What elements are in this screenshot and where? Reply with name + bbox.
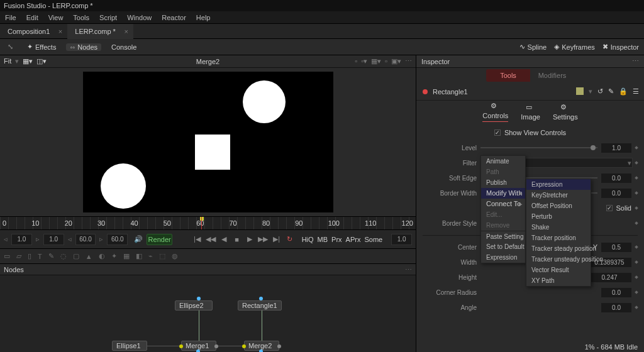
height-value[interactable]: 0.247: [587, 273, 631, 282]
out-frame[interactable]: 60.0: [107, 234, 128, 245]
subtab-image[interactable]: ▭Image: [521, 103, 540, 121]
submenu-vector[interactable]: Vector Result: [526, 265, 591, 275]
view-a-icon[interactable]: ▫: [355, 57, 357, 65]
go-end-icon[interactable]: ▶|: [272, 234, 281, 245]
menu-connect-to[interactable]: Connect To▸: [481, 199, 525, 209]
menu-edit[interactable]: Edit: [21, 14, 43, 21]
submenu-shake[interactable]: Shake: [526, 222, 591, 233]
menu-tools[interactable]: Tools: [68, 14, 94, 21]
menu-reactor[interactable]: Reactor: [157, 14, 191, 21]
submenu-perturb[interactable]: Perturb: [526, 211, 591, 222]
tool-icon[interactable]: ◌: [60, 252, 67, 260]
keyframe-icon[interactable]: [635, 290, 638, 294]
node-ellipse1[interactable]: Ellipse1: [112, 341, 147, 351]
keyframe-icon[interactable]: [635, 245, 638, 249]
node-graph[interactable]: Ellipse2 Rectangle1 Ellipse1 Merge1 Merg…: [0, 275, 416, 352]
solid-checkbox[interactable]: [606, 205, 613, 211]
keyframe-icon[interactable]: [635, 176, 638, 180]
submenu-offset[interactable]: Offset Position: [526, 201, 591, 211]
version-icon[interactable]: ↺: [597, 87, 603, 96]
nodes-button[interactable]: ◦◦Nodes: [66, 43, 101, 51]
step-fwd-icon[interactable]: ▶▶: [258, 234, 268, 245]
node-rectangle1[interactable]: Rectangle1: [238, 300, 282, 311]
center-y[interactable]: 0.5: [601, 243, 631, 252]
inspector-item-name[interactable]: Rectangle1: [433, 88, 468, 96]
keyframe-icon[interactable]: [635, 146, 638, 150]
keyframe-icon[interactable]: [635, 221, 638, 225]
color-swatch[interactable]: [576, 87, 584, 95]
tool-icon[interactable]: ◍: [172, 252, 178, 260]
submenu-keystretcher[interactable]: KeyStretcher: [526, 190, 591, 201]
tool-icon[interactable]: ▢: [73, 252, 79, 260]
keyframe-icon[interactable]: [635, 191, 638, 195]
start-frame[interactable]: 1.0: [11, 234, 32, 245]
menu-file[interactable]: File: [0, 14, 21, 21]
menu-view[interactable]: View: [43, 14, 69, 21]
stop-icon[interactable]: ■: [232, 234, 242, 245]
tool-icon[interactable]: ◐: [99, 252, 105, 260]
timeline[interactable]: 0102030405060708090100110120: [0, 216, 416, 230]
menu-modify-with[interactable]: Modify With▸: [481, 188, 525, 199]
view-b-icon[interactable]: ▫▾: [361, 57, 367, 65]
spline-button[interactable]: ∿Spline: [519, 43, 547, 51]
keyframe-icon[interactable]: [635, 206, 638, 210]
menu-help[interactable]: Help: [191, 14, 216, 21]
subtab-settings[interactable]: ⚙Settings: [553, 103, 578, 121]
more-icon[interactable]: ⋯: [405, 264, 412, 275]
lock-icon[interactable]: 🔒: [619, 87, 628, 96]
enable-dot-icon[interactable]: [423, 89, 428, 94]
menu-script[interactable]: Script: [94, 14, 122, 21]
submenu-tracker-unsteady[interactable]: Tracker unsteady position: [526, 254, 591, 265]
current-frame[interactable]: 60.0: [75, 234, 96, 245]
timeline-marker[interactable]: [200, 217, 204, 221]
close-icon[interactable]: ×: [58, 28, 62, 35]
effects-button[interactable]: ✦Effects: [23, 43, 60, 51]
tool-icon[interactable]: ⌁: [148, 252, 153, 260]
keyframe-icon[interactable]: [635, 161, 638, 165]
view-c-icon[interactable]: ▫: [385, 57, 387, 65]
submenu-expression[interactable]: Expression: [526, 179, 591, 190]
flag-mb[interactable]: MB: [318, 236, 328, 243]
more-icon[interactable]: ⋯: [632, 57, 639, 65]
angle-value[interactable]: 0.0: [601, 303, 631, 312]
menu-set-default[interactable]: Set to Default: [481, 241, 525, 252]
view-split-icon[interactable]: ◫▾: [36, 57, 47, 65]
menu-window[interactable]: Window: [122, 14, 157, 21]
tool-icon[interactable]: ▱: [16, 252, 21, 260]
submenu-tracker-steady[interactable]: Tracker steady position: [526, 243, 591, 254]
grid-icon[interactable]: ▦▾: [371, 57, 381, 65]
timeline-cursor[interactable]: [201, 217, 202, 229]
close-icon[interactable]: ×: [124, 28, 128, 35]
menu-remove[interactable]: Remove: [481, 220, 525, 231]
flag-hiq[interactable]: HiQ: [302, 236, 314, 243]
subtab-controls[interactable]: ⚙Controls: [482, 102, 508, 122]
tool-icon[interactable]: ▯: [28, 252, 31, 260]
node-ellipse2[interactable]: Ellipse2: [175, 300, 213, 311]
tool-icon[interactable]: ◧: [136, 252, 142, 260]
tab-lerp[interactable]: LERP.comp *×: [67, 24, 133, 39]
tab-modifiers[interactable]: Modifiers: [530, 69, 574, 82]
prev-marker-icon[interactable]: ◃: [4, 235, 8, 243]
menu-path[interactable]: Path: [481, 167, 525, 177]
flag-some[interactable]: Some: [364, 236, 382, 243]
audio-icon[interactable]: 🔊: [134, 235, 143, 243]
tool-icon[interactable]: ▲: [86, 253, 92, 260]
level-value[interactable]: 1.0: [601, 143, 631, 153]
borderwidth-value[interactable]: 0.0: [601, 189, 631, 198]
tool-icon[interactable]: ▦: [123, 252, 130, 260]
go-start-icon[interactable]: |◀: [192, 234, 202, 245]
in-frame[interactable]: 1.0: [43, 234, 64, 245]
viewer[interactable]: [0, 68, 416, 216]
play-back-icon[interactable]: ◀: [219, 234, 229, 245]
tool-icon[interactable]: ✎: [48, 252, 54, 260]
flag-aprx[interactable]: APrx: [346, 236, 361, 243]
expand-button[interactable]: ⤡: [4, 43, 17, 51]
menu-publish[interactable]: Publish: [481, 177, 525, 188]
more-icon[interactable]: ⋯: [405, 57, 412, 65]
show-view-controls-checkbox[interactable]: [494, 129, 501, 136]
view-options-icon[interactable]: ▦▾: [23, 57, 33, 65]
softedge-value[interactable]: 0.0: [601, 173, 631, 183]
console-button[interactable]: Console: [108, 43, 140, 51]
end-frame[interactable]: 1.0: [391, 234, 412, 245]
submenu-xypath[interactable]: XY Path: [526, 275, 591, 286]
